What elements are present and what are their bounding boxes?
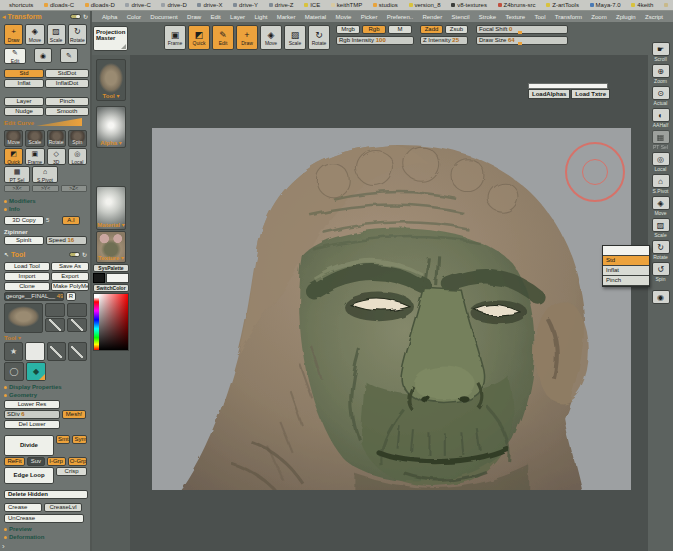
toolbar-mode-button[interactable]: ◈ Move (260, 25, 282, 50)
menu-item[interactable]: Stencil (451, 14, 469, 20)
shelf-button[interactable]: ⊕ Zoom (651, 64, 671, 85)
brush-button[interactable]: Smooth (45, 107, 89, 116)
display-properties-section[interactable]: Display Properties (4, 384, 87, 390)
bookmark-item[interactable]: keithTMP (331, 2, 362, 8)
bookmark-item[interactable]: dloads-C (44, 2, 74, 8)
menu-item[interactable]: Tool (535, 14, 546, 20)
axis-mirror-button[interactable]: >X< (4, 185, 30, 192)
sdiv-slider[interactable]: SDiv 6 (4, 410, 60, 419)
my-pencil-button[interactable]: ✎ (60, 48, 78, 63)
tool-action-button[interactable]: Export (51, 272, 89, 281)
ai-button[interactable]: A.I (62, 216, 80, 225)
menu-item[interactable]: Draw (187, 14, 201, 20)
toolbar-mode-button[interactable]: ✎ Edit (212, 25, 234, 50)
suv-button[interactable]: Suv (27, 457, 44, 466)
geometry-section[interactable]: Geometry (4, 392, 87, 398)
tool-action-button[interactable]: Load Tool (4, 262, 50, 271)
menu-item[interactable]: Preferen.. (387, 14, 413, 20)
bookmark-item[interactable]: v8-textures (451, 2, 487, 8)
sym-button[interactable]: Sym (72, 435, 87, 444)
alpha-selector[interactable]: Alpha ▾ (96, 106, 126, 148)
info-section[interactable]: Info (4, 206, 87, 212)
draw-mode-button[interactable]: ▨ Scale (47, 24, 66, 45)
shelf-button[interactable]: ◐ AAHalf (651, 108, 671, 129)
canvas-document[interactable] (152, 128, 631, 490)
snapshot-button[interactable]: ◉ (34, 48, 52, 63)
load-texture-button[interactable]: Load Txtre (571, 89, 610, 99)
secondary-color-swatch[interactable] (106, 273, 129, 283)
delete-hidden-button[interactable]: Delete Hidden (4, 490, 88, 499)
menu-item[interactable]: Transform (555, 14, 582, 20)
bookmark-item[interactable]: shortcuts (3, 2, 33, 8)
menu-item[interactable]: Document (150, 14, 177, 20)
texture-selector[interactable]: Texture ▾ (96, 231, 126, 263)
modifiers-section[interactable]: Modifiers (4, 198, 87, 204)
bookmark-item[interactable]: dloads-D (85, 2, 115, 8)
gyro-button[interactable]: Move (4, 130, 23, 147)
view-option-button[interactable]: ◇ 3D (47, 148, 66, 165)
edge-loop-button[interactable]: Edge Loop (4, 467, 54, 484)
color-picker[interactable] (93, 293, 129, 351)
transform-palette-header[interactable]: ◂ Transform ↻ (0, 11, 90, 22)
igrp-button[interactable]: I-Grp (47, 457, 66, 466)
deformation-section[interactable]: Deformation (4, 534, 87, 540)
axis-mirror-button[interactable]: >Z< (61, 185, 87, 192)
tool-action-button[interactable]: Clone (4, 282, 50, 291)
menu-item[interactable]: Zoom (591, 14, 606, 20)
menu-item[interactable]: Layer (230, 14, 245, 20)
selection-button[interactable]: ⌂ S.Pivot (32, 166, 58, 183)
bookmark-item[interactable]: drive-D (161, 2, 186, 8)
popup-brush-item[interactable]: Pinch (603, 276, 649, 286)
crease-button[interactable]: Crease (4, 503, 42, 512)
shelf-button[interactable]: ⌂ S.Pivot (651, 174, 671, 195)
bookmark-item[interactable]: Z-artTools (546, 2, 579, 8)
crease-lvl-slider[interactable]: CreaseLvl (44, 503, 82, 512)
bookmark-item[interactable] (664, 3, 670, 7)
toolbar-mode-button[interactable]: + Draw (236, 25, 258, 50)
bookmark-item[interactable]: drive-Z (269, 2, 294, 8)
bookmark-item[interactable]: drive-Y (233, 2, 258, 8)
menu-item[interactable]: Material (305, 14, 326, 20)
paint-mode-button[interactable]: M (388, 25, 412, 34)
tool-thumb-ring[interactable]: ◯ (4, 362, 24, 381)
crisp-button[interactable]: Crisp (56, 467, 87, 476)
bookmark-item[interactable]: ICE (304, 2, 320, 8)
lower-res-button[interactable]: Lower Res (4, 400, 60, 409)
brush-button[interactable]: Layer (4, 97, 44, 106)
edit-button[interactable]: ✎ Edit (4, 48, 26, 64)
tool-palette-header[interactable]: ↖ Tool ↻ (4, 249, 87, 260)
menu-item[interactable]: Picker (361, 14, 378, 20)
uncrease-button[interactable]: UnCrease (4, 514, 84, 523)
tool-action-button[interactable]: Import (4, 272, 50, 281)
camera-button[interactable]: ◉ (652, 290, 670, 304)
edit-curve-ramp[interactable] (36, 118, 82, 126)
view-option-button[interactable]: ▣ Frame (25, 148, 44, 165)
divide-button[interactable]: Divide (4, 435, 54, 456)
load-alphas-button[interactable]: LoadAlphas (528, 89, 570, 99)
shelf-button[interactable]: ↺ Spin (651, 262, 671, 283)
tool-thumb[interactable] (45, 318, 65, 332)
saturation-square[interactable] (99, 294, 128, 350)
switchcolor-button[interactable]: SwitchColor (93, 284, 129, 292)
smt-button[interactable]: Smt (56, 435, 71, 444)
shelf-button[interactable]: ▨ Scale (651, 218, 671, 239)
del-lower-button[interactable]: Del Lower (4, 420, 60, 429)
bookmark-item[interactable]: studios (373, 2, 398, 8)
sculpt-mode-button[interactable]: Zadd (420, 25, 443, 34)
menu-item[interactable]: Color (127, 14, 141, 20)
bookmark-item[interactable]: 4keith (631, 2, 653, 8)
menu-item[interactable]: Movie (335, 14, 351, 20)
bookmark-item[interactable]: drive-X (197, 2, 222, 8)
menu-item[interactable]: Zplugin (616, 14, 636, 20)
view-option-button[interactable]: ◎ Local (68, 148, 87, 165)
brush-button[interactable]: Pinch (45, 97, 89, 106)
r-button[interactable]: R (66, 292, 76, 301)
tool-action-button[interactable]: Make PolyMesh3D (51, 282, 89, 291)
tool-selector[interactable]: Tool ▾ (96, 59, 126, 101)
menu-item[interactable]: Zscript (645, 14, 663, 20)
brush-button[interactable]: Nudge (4, 107, 44, 116)
speed-slider[interactable]: Speed 16 (46, 236, 88, 245)
tool-thumb-brush[interactable] (68, 342, 87, 361)
paint-mode-button[interactable]: Rgb (362, 25, 386, 34)
z-intensity-slider[interactable]: Z Intensity 25 (420, 36, 468, 45)
